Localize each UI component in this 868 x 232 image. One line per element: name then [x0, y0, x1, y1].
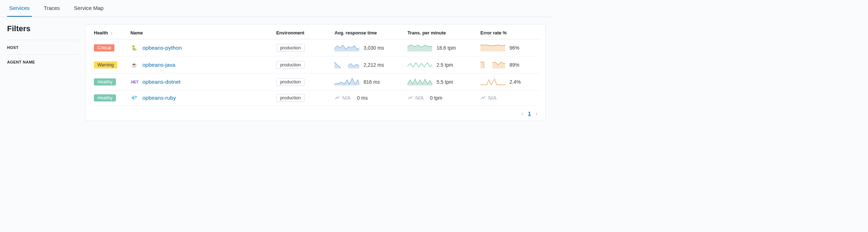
table-row: Critical 🐍 opbeans-python production 3,0…	[91, 39, 540, 56]
filter-label: HOST	[7, 45, 19, 50]
col-header-error-rate[interactable]: Error rate %	[478, 24, 540, 39]
sparkline-tpm	[407, 77, 432, 87]
filters-sidebar: Filters HOST AGENT NAME	[7, 24, 78, 121]
svg-point-0	[336, 97, 337, 98]
filter-label: AGENT NAME	[7, 60, 35, 64]
health-badge: Healthy	[94, 78, 116, 85]
na-cell: N/A	[480, 95, 496, 101]
java-icon: ☕	[130, 61, 138, 69]
pagination: ‹ 1 ›	[91, 106, 540, 116]
filters-title: Filters	[7, 24, 78, 33]
sparkline-err	[480, 43, 505, 53]
sparkline-tpm	[407, 43, 432, 53]
top-tabs: Services Traces Service Map	[0, 0, 553, 17]
environment-badge: production	[276, 44, 305, 52]
error-rate-value: 89%	[509, 62, 519, 68]
na-cell: N/A	[407, 95, 423, 101]
svg-point-2	[409, 97, 410, 98]
table-row: Healthy .NET opbeans-dotnet production 8…	[91, 73, 540, 90]
services-table: Health ↓ Name Environment Avg. response …	[91, 24, 540, 106]
sort-desc-icon: ↓	[111, 31, 113, 35]
service-link[interactable]: opbeans-dotnet	[142, 79, 181, 85]
col-header-tpm[interactable]: Trans. per minute	[405, 24, 478, 39]
tpm-value: 5.5 tpm	[436, 79, 453, 85]
health-badge: Healthy	[94, 94, 116, 101]
health-badge: Warning	[94, 61, 117, 68]
tpm-value: 18.6 tpm	[436, 45, 456, 51]
col-header-name[interactable]: Name	[128, 24, 274, 39]
svg-point-3	[410, 98, 411, 99]
sparkline-err	[480, 77, 505, 87]
health-badge: Critical	[94, 44, 114, 51]
svg-point-1	[337, 98, 338, 99]
avg-rt-value: 3,030 ms	[363, 45, 384, 51]
tab-traces[interactable]: Traces	[42, 0, 62, 17]
chart-na-icon	[334, 95, 340, 101]
page-next-icon[interactable]: ›	[536, 111, 537, 116]
na-cell: N/A	[334, 95, 350, 101]
table-row: Warning ☕ opbeans-java production 2,212 …	[91, 56, 540, 73]
sparkline-rt	[334, 60, 359, 70]
service-link[interactable]: opbeans-java	[142, 62, 175, 68]
col-header-environment[interactable]: Environment	[274, 24, 332, 39]
tab-services[interactable]: Services	[7, 0, 32, 17]
sparkline-err	[480, 60, 505, 70]
col-header-health[interactable]: Health ↓	[91, 24, 128, 39]
tpm-value: 2.5 tpm	[436, 62, 453, 68]
dotnet-icon: .NET	[130, 78, 138, 86]
tab-service-map[interactable]: Service Map	[72, 0, 106, 17]
error-rate-value: 96%	[509, 45, 519, 51]
svg-point-5	[483, 98, 484, 99]
page-prev-icon[interactable]: ‹	[522, 111, 523, 116]
sparkline-rt	[334, 77, 359, 87]
services-panel: Health ↓ Name Environment Avg. response …	[85, 24, 546, 121]
environment-badge: production	[276, 61, 305, 69]
table-row: Healthy 💎 opbeans-ruby production N/A0 m…	[91, 90, 540, 106]
chart-na-icon	[407, 95, 413, 101]
error-rate-value: 2.4%	[509, 79, 521, 85]
filter-section-agent-name[interactable]: AGENT NAME	[7, 54, 78, 69]
chart-na-icon	[480, 95, 486, 101]
sparkline-tpm	[407, 60, 432, 70]
ruby-icon: 💎	[130, 94, 138, 102]
service-link[interactable]: opbeans-python	[142, 45, 182, 51]
avg-rt-value: 816 ms	[363, 79, 380, 85]
service-link[interactable]: opbeans-ruby	[142, 95, 176, 101]
sparkline-rt	[334, 43, 359, 53]
python-icon: 🐍	[130, 44, 138, 52]
col-header-avg-rt[interactable]: Avg. response time	[332, 24, 405, 39]
avg-rt-value: 2,212 ms	[363, 62, 384, 68]
page-number[interactable]: 1	[528, 111, 531, 116]
svg-point-4	[482, 97, 483, 98]
environment-badge: production	[276, 78, 305, 86]
filter-section-host[interactable]: HOST	[7, 40, 78, 54]
environment-badge: production	[276, 94, 305, 102]
